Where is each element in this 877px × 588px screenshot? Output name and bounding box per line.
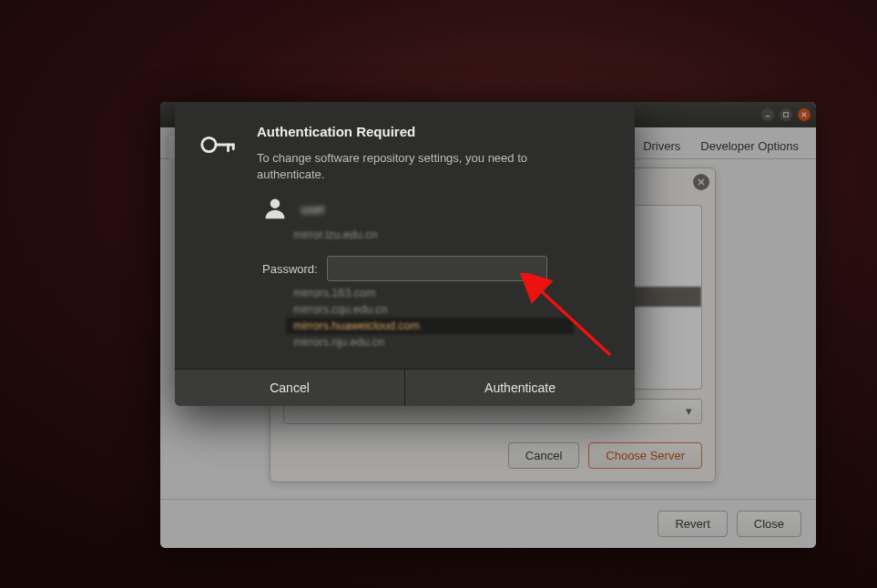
svg-point-1 (202, 137, 216, 151)
faint-mirror-list: mirror.lzu.edu.cn (293, 227, 566, 243)
svg-point-2 (270, 198, 280, 208)
auth-cancel-button[interactable]: Cancel (175, 370, 405, 406)
auth-message: To change software repository settings, … (257, 150, 566, 182)
password-label: Password: (262, 262, 318, 276)
auth-title: Authentication Required (257, 124, 566, 139)
authentication-dialog: Authentication Required To change softwa… (175, 102, 635, 406)
authenticate-button[interactable]: Authenticate (405, 370, 635, 406)
faint-mirror-list-2: mirrors.163.com mirrors.cqu.edu.cn mirro… (293, 285, 566, 350)
key-icon (197, 124, 239, 350)
avatar-icon (262, 195, 288, 223)
auth-username: user (301, 202, 325, 217)
password-input[interactable] (327, 256, 547, 281)
